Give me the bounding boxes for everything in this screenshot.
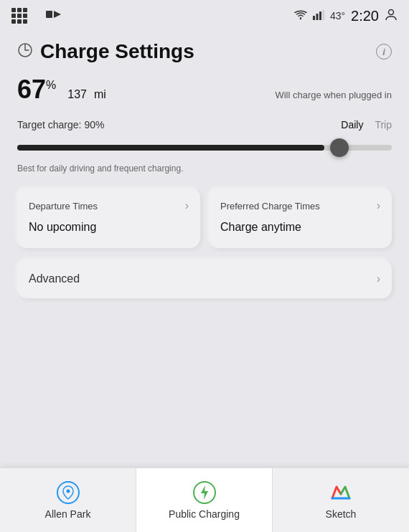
svg-rect-2 (46, 11, 52, 18)
departure-chevron-icon: › (185, 199, 189, 212)
svg-point-9 (389, 9, 394, 14)
sketch-label: Sketch (326, 508, 357, 520)
page-header: Charge Settings i (17, 32, 392, 75)
charge-chevron-icon: › (377, 199, 380, 212)
svg-point-11 (66, 489, 70, 493)
battery-stats: 67% 137 mi Will charge when plugged in (17, 75, 392, 105)
charge-times-card[interactable]: Preferred Charge Times › Charge anytime (209, 188, 392, 248)
allen-park-icon (57, 481, 80, 504)
slider-fill (17, 145, 324, 151)
slider-label: Target charge: 90% (17, 119, 104, 130)
page-header-left: Charge Settings (17, 40, 194, 63)
advanced-label: Advanced (29, 272, 80, 285)
card-grid: Departure Times › No upcoming Preferred … (17, 188, 392, 248)
slider-background (17, 145, 392, 151)
charge-card-value: Charge anytime (220, 221, 380, 234)
media-icon (44, 8, 65, 24)
sketch-icon (329, 481, 352, 504)
status-bar: 43° 2:20 (0, 0, 409, 32)
advanced-row[interactable]: Advanced › (17, 260, 392, 298)
grid-icon (11, 8, 27, 24)
public-charging-icon (193, 481, 216, 504)
allen-park-label: Allen Park (45, 508, 91, 520)
advanced-chevron-icon: › (377, 272, 380, 285)
nav-allen-park[interactable]: Allen Park (0, 468, 136, 532)
departure-card-header: Departure Times › (29, 199, 189, 212)
public-charging-label: Public Charging (169, 508, 240, 520)
svg-rect-8 (322, 10, 324, 20)
signal-icon (313, 10, 324, 22)
main-content: Charge Settings i 67% 137 mi Will charge… (0, 32, 409, 298)
svg-rect-5 (313, 16, 315, 20)
svg-marker-12 (201, 485, 208, 500)
charge-slider-section: Target charge: 90% Daily Trip Best for d… (17, 119, 392, 174)
info-icon[interactable]: i (376, 44, 392, 60)
departure-card-title: Departure Times (29, 201, 98, 212)
nav-sketch[interactable]: Sketch (273, 468, 409, 532)
charge-settings-icon (17, 42, 33, 61)
wifi-icon (294, 10, 307, 22)
bottom-nav: Allen Park Public Charging Sketch (0, 467, 409, 532)
svg-marker-3 (54, 11, 61, 18)
slider-track[interactable] (17, 138, 392, 158)
svg-rect-6 (316, 14, 318, 20)
tab-trip[interactable]: Trip (375, 119, 392, 130)
slider-hint: Best for daily driving and frequent char… (17, 163, 392, 174)
departure-times-card[interactable]: Departure Times › No upcoming (17, 188, 200, 248)
temperature: 43° (330, 10, 345, 22)
charge-card-header: Preferred Charge Times › (220, 199, 380, 212)
battery-percent: 67% (17, 75, 56, 105)
battery-left: 67% 137 mi (17, 75, 106, 105)
slider-header: Target charge: 90% Daily Trip (17, 119, 392, 130)
departure-card-value: No upcoming (29, 221, 189, 234)
svg-point-4 (300, 17, 301, 19)
nav-public-charging[interactable]: Public Charging (136, 468, 273, 532)
status-left (11, 8, 65, 24)
charge-card-title: Preferred Charge Times (220, 201, 320, 212)
status-right: 43° 2:20 (294, 8, 398, 24)
page-title: Charge Settings (40, 40, 194, 63)
tab-daily[interactable]: Daily (341, 119, 363, 130)
slider-thumb[interactable] (330, 138, 349, 157)
user-icon (385, 9, 398, 24)
time: 2:20 (351, 8, 379, 24)
svg-rect-7 (319, 11, 321, 20)
slider-tabs: Daily Trip (341, 119, 392, 130)
charge-status: Will charge when plugged in (275, 90, 392, 100)
battery-range: 137 mi (67, 75, 106, 105)
